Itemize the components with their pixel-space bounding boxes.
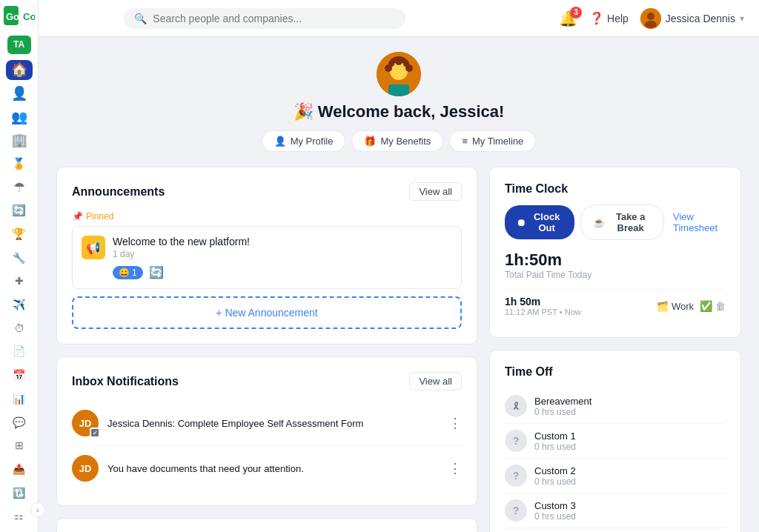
time-off-name-0: Bereavement [534, 396, 591, 407]
sidebar-item-time-off[interactable]: ✈️ [6, 294, 33, 315]
entry-duration: 1h 50m [505, 296, 581, 307]
profile-avatar [377, 52, 421, 96]
time-clock-title: Time Clock [505, 182, 568, 196]
announcements-title: Announcements [72, 185, 165, 199]
entry-type: 🗂️ Work [657, 301, 694, 312]
sidebar-item-reports[interactable]: 📊 [6, 388, 33, 409]
take-break-button[interactable]: ☕ Take a Break [580, 205, 664, 240]
pin-icon: 📌 [72, 211, 83, 222]
sidebar-item-org[interactable]: 🏢 [6, 130, 33, 151]
sidebar-collapse-button[interactable]: › [30, 502, 45, 517]
tab-my-benefits[interactable]: 🎁 My Benefits [351, 130, 443, 152]
time-off-item-0: 🎗 Bereavement 0 hrs used [505, 389, 726, 424]
inbox-more-0[interactable]: ⋮ [448, 415, 462, 431]
entry-delete-icon[interactable]: 🗑 [715, 300, 726, 312]
announcements-view-all[interactable]: View all [409, 182, 462, 201]
break-icon: ☕ [593, 217, 605, 228]
profile-header: 🎉 Welcome back, Jessica! 👤 My Profile 🎁 … [56, 52, 741, 152]
sidebar-item-timeclock[interactable]: ⏱ [6, 318, 33, 339]
team-card: Team View all Last Accessed ▾ [56, 518, 477, 532]
search-input[interactable] [153, 13, 395, 24]
sidebar-item-refresh[interactable]: 🔄 [6, 201, 33, 222]
time-off-name-2: Custom 2 [534, 465, 576, 476]
svg-point-6 [645, 21, 657, 28]
time-off-header: Time Off [505, 365, 726, 379]
inbox-view-all[interactable]: View all [409, 372, 462, 390]
time-off-title: Time Off [505, 365, 553, 379]
search-bar[interactable]: 🔍 [124, 8, 405, 29]
announcement-text: Welcome to the new platform! [113, 236, 452, 247]
refresh-icon[interactable]: 🔄 [149, 265, 164, 279]
inbox-avatar-badge-0: ✓ [90, 428, 100, 438]
time-off-name-1: Custom 1 [534, 430, 576, 442]
total-time-label: Total Paid Time Today [505, 270, 726, 280]
sidebar-item-calendar[interactable]: 📅 [6, 365, 33, 385]
sidebar-item-tools[interactable]: 🔧 [6, 247, 33, 268]
time-entry-0: 1h 50m 11:12 AM PST • Now 🗂️ Work ✅ 🗑 [505, 289, 726, 322]
inbox-avatar-0: JD ✓ [72, 410, 99, 436]
view-timesheet-link[interactable]: View Timesheet [673, 211, 726, 233]
right-column: Time Clock ⏺ Clock Out ☕ Take a Break Vi… [489, 167, 741, 532]
new-announcement-button[interactable]: + New Announcement [72, 296, 462, 329]
logo[interactable]: Go Co [4, 6, 35, 28]
tab-my-timeline[interactable]: ≡ My Timeline [449, 130, 536, 152]
custom3-icon: ? [505, 499, 527, 522]
sidebar-item-umbrella[interactable]: ☂ [6, 177, 33, 198]
sidebar-item-badge[interactable]: 🏅 [6, 153, 33, 174]
time-off-used-3: 0 hrs used [534, 511, 576, 522]
profile-icon: 👤 [274, 136, 286, 147]
sidebar-item-home[interactable]: 🏠 [6, 60, 33, 81]
time-clock-card: Time Clock ⏺ Clock Out ☕ Take a Break Vi… [489, 167, 741, 338]
inbox-title: Inbox Notifications [72, 375, 179, 388]
work-icon: 🗂️ [657, 301, 669, 312]
inbox-more-1[interactable]: ⋮ [448, 460, 462, 476]
custom1-icon: ? [505, 430, 527, 452]
time-clock-header: Time Clock [505, 182, 726, 196]
search-icon: 🔍 [134, 13, 147, 24]
time-off-item-1: ? Custom 1 0 hrs used [505, 424, 726, 459]
inbox-item-0: JD ✓ Jessica Dennis: Complete Employee S… [72, 401, 462, 446]
notification-bell[interactable]: 🔔 3 [559, 10, 577, 27]
inbox-avatar-1: JD [72, 455, 99, 482]
left-column: Announcements View all 📌 Pinned 📢 Welcom… [56, 167, 477, 532]
inbox-header: Inbox Notifications View all [72, 372, 462, 390]
time-off-used-0: 0 hrs used [534, 407, 591, 417]
inbox-card: Inbox Notifications View all JD ✓ Jessic… [56, 356, 477, 506]
profile-tabs: 👤 My Profile 🎁 My Benefits ≡ My Timeline [56, 130, 741, 152]
main-wrapper: 🔍 🔔 3 ❓ Help Jessica Dennis [39, 0, 759, 532]
svg-point-13 [388, 61, 394, 67]
sidebar-item-award[interactable]: 🏆 [6, 224, 33, 245]
sidebar-item-people[interactable]: 👥 [6, 107, 33, 127]
sidebar-item-apps[interactable]: ⊞ [6, 435, 33, 456]
sidebar-item-profile[interactable]: 👤 [6, 83, 33, 104]
avatar [640, 8, 661, 29]
announcement-item: 📢 Welcome to the new platform! 1 day 😀 1… [72, 226, 462, 289]
svg-rect-10 [388, 84, 409, 96]
time-off-item-3: ? Custom 3 0 hrs used [505, 493, 726, 528]
svg-text:Co: Co [23, 11, 35, 22]
time-clock-buttons: ⏺ Clock Out ☕ Take a Break View Timeshee… [505, 205, 726, 240]
entry-actions: ✅ 🗑 [700, 300, 726, 312]
sidebar-item-grid[interactable]: ⚏ [6, 505, 33, 526]
announcement-reactions: 😀 1 🔄 [113, 265, 452, 279]
clock-out-button[interactable]: ⏺ Clock Out [505, 205, 574, 239]
inbox-item-1: JD You have documents that need your att… [72, 446, 462, 491]
custom2-icon: ? [505, 465, 527, 487]
sidebar-item-upload[interactable]: 📤 [6, 459, 33, 479]
sidebar-item-docs[interactable]: 📄 [6, 342, 33, 362]
tab-my-profile[interactable]: 👤 My Profile [262, 130, 346, 152]
svg-point-15 [395, 58, 402, 65]
sidebar-item-integrations[interactable]: ✚ [6, 271, 33, 292]
sidebar-item-sync[interactable]: 🔃 [6, 482, 33, 503]
help-button[interactable]: ❓ Help [589, 11, 629, 25]
time-off-used-2: 0 hrs used [534, 476, 576, 487]
entry-check-icon[interactable]: ✅ [700, 300, 712, 312]
reaction-button[interactable]: 😀 1 [113, 266, 143, 279]
user-initials-badge[interactable]: TA [7, 36, 31, 54]
sidebar: Go Co TA 🏠 👤 👥 🏢 🏅 ☂ 🔄 🏆 🔧 ✚ ✈️ ⏱ 📄 📅 📊 … [0, 0, 39, 532]
total-time-display: 1h:50m [505, 250, 726, 270]
user-menu[interactable]: Jessica Dennis ▾ [640, 8, 744, 29]
svg-text:Go: Go [6, 11, 19, 22]
announcements-header: Announcements View all [72, 182, 462, 201]
sidebar-item-messages[interactable]: 💬 [6, 412, 33, 433]
